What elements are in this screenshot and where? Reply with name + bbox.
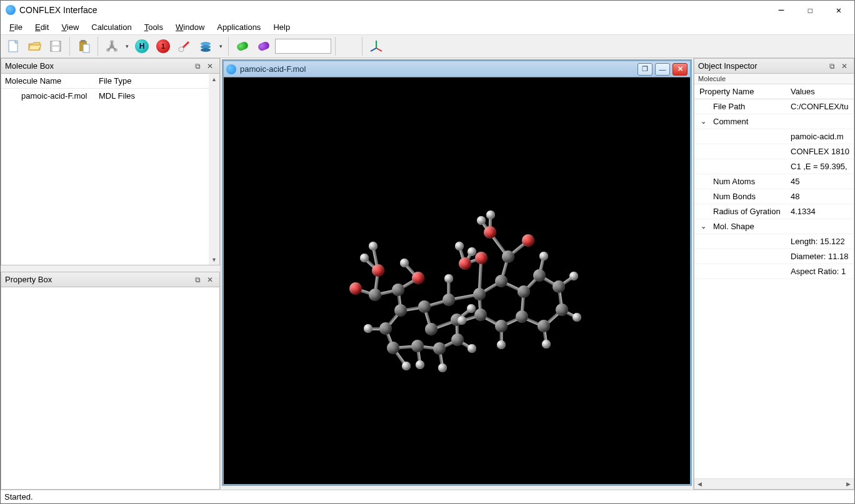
horizontal-scrollbar[interactable]: ◀▶ (694, 478, 854, 489)
molecule-window-titlebar[interactable]: pamoic-acid-F.mol ❐ — ✕ (224, 61, 690, 77)
svg-point-14 (179, 47, 184, 52)
title-bar: CONFLEX Interface ─ ☐ ✕ (1, 1, 854, 19)
open-file-button[interactable] (24, 36, 44, 56)
inspector-row[interactable]: CONFLEX 1810 (694, 144, 854, 159)
atom-c (473, 288, 486, 300)
svg-rect-3 (52, 47, 59, 51)
menu-applications[interactable]: Applications (212, 21, 266, 33)
toolbar-input[interactable] (275, 39, 331, 54)
menu-tools[interactable]: Tools (139, 21, 168, 33)
atom-h (486, 210, 495, 219)
inspector-row[interactable]: Aspect Ratio: 1 (694, 264, 854, 279)
work-area: Molecule Box ⧉ ✕ Molecule Name File Type… (1, 58, 854, 490)
svg-line-21 (371, 48, 376, 51)
undock-icon[interactable]: ⧉ (192, 274, 203, 285)
atom-o (459, 257, 471, 270)
menu-window[interactable]: Window (171, 21, 209, 33)
layers-dropdown[interactable]: ▾ (217, 43, 224, 49)
menu-file[interactable]: File (4, 21, 28, 33)
vertical-scrollbar[interactable]: ▲▼ (209, 74, 219, 265)
col-file-type[interactable]: File Type (95, 74, 219, 88)
atom-h (468, 344, 476, 353)
atom-h (458, 316, 466, 325)
cell-file-type: MDL Files (95, 89, 219, 103)
undock-icon[interactable]: ⧉ (826, 61, 838, 72)
menu-view[interactable]: View (56, 21, 84, 33)
mdi-minimize-button[interactable]: — (655, 63, 670, 76)
chevron-down-icon[interactable]: ⌄ (701, 117, 706, 126)
col-molecule-name[interactable]: Molecule Name (1, 74, 95, 88)
atom-c (516, 310, 528, 323)
inspector-row[interactable]: ⌄Mol. Shape (694, 219, 854, 234)
app-icon (6, 5, 16, 15)
axis-button[interactable] (366, 36, 386, 56)
right-column: Object Inspector ⧉ ✕ Molecule Property N… (693, 58, 854, 490)
atom-style-button[interactable] (102, 36, 122, 56)
mdi-close-button[interactable]: ✕ (672, 63, 688, 76)
atom-o (475, 252, 488, 264)
inspector-row[interactable]: pamoic-acid.m (694, 129, 854, 144)
molecule-box-header[interactable]: Molecule Box ⧉ ✕ (1, 59, 219, 74)
doc-icon (226, 64, 236, 74)
pill-purple-button[interactable] (254, 36, 274, 56)
inspector-row[interactable]: File PathC:/CONFLEX/tu (694, 99, 854, 114)
inspector-row[interactable]: Diameter: 11.18 (694, 249, 854, 264)
atom-h (539, 252, 548, 260)
col-values[interactable]: Values (788, 84, 854, 99)
undock-icon[interactable]: ⧉ (192, 61, 203, 72)
svg-rect-6 (83, 44, 89, 52)
inspector-row[interactable]: Num Bonds48 (694, 189, 854, 204)
paste-button[interactable] (74, 36, 94, 56)
layers-button[interactable] (196, 36, 216, 56)
close-icon[interactable]: ✕ (204, 61, 216, 72)
close-icon[interactable]: ✕ (204, 274, 216, 285)
chevron-down-icon[interactable]: ⌄ (701, 222, 706, 230)
cell-molecule-name: pamoic-acid-F.mol (1, 89, 95, 103)
menu-calculation[interactable]: Calculation (86, 21, 136, 33)
atom-h (400, 259, 409, 267)
svg-line-15 (183, 42, 189, 47)
atom-c (538, 320, 550, 332)
window-buttons: ─ ☐ ✕ (767, 1, 853, 19)
inspector-row[interactable]: Radius of Gyration4.1334 (694, 204, 854, 219)
atom-o (412, 272, 424, 284)
object-inspector-panel: Object Inspector ⧉ ✕ Molecule Property N… (694, 58, 854, 490)
save-button[interactable] (46, 36, 66, 56)
minimize-button[interactable]: ─ (767, 1, 796, 19)
atom-style-dropdown[interactable]: ▾ (123, 43, 131, 49)
molecule-canvas[interactable] (224, 77, 690, 484)
atom-h (369, 242, 378, 250)
object-inspector-header[interactable]: Object Inspector ⧉ ✕ (694, 59, 854, 74)
maximize-button[interactable]: ☐ (796, 1, 824, 19)
col-property-name[interactable]: Property Name (694, 84, 788, 99)
inspector-row[interactable]: Num Atoms45 (694, 174, 854, 189)
close-button[interactable]: ✕ (824, 1, 853, 19)
atom-h (572, 313, 581, 322)
atom-h (360, 254, 369, 262)
pill-green-button[interactable] (232, 36, 252, 56)
property-box-header[interactable]: Property Box ⧉ ✕ (1, 272, 219, 287)
mdi-restore-button[interactable]: ❐ (638, 63, 652, 76)
inspector-row[interactable]: C1 ,E = 59.395, (694, 159, 854, 174)
inspector-row[interactable]: ⌄Comment (694, 114, 854, 129)
atom-c (495, 320, 508, 332)
hydrogen-toggle-button[interactable]: H (132, 36, 152, 56)
atom-c (495, 275, 508, 287)
mdi-area: pamoic-acid-F.mol ❐ — ✕ (221, 58, 693, 490)
menu-edit[interactable]: Edit (30, 21, 54, 33)
molecule-row[interactable]: pamoic-acid-F.mol MDL Files (1, 89, 219, 103)
svg-rect-2 (52, 41, 59, 45)
svg-rect-5 (81, 40, 86, 42)
atom-h (438, 363, 447, 372)
menu-help[interactable]: Help (268, 21, 295, 33)
new-file-button[interactable] (3, 36, 23, 56)
atom-h (416, 360, 424, 369)
inspector-table-header: Property Name Values (694, 84, 854, 99)
close-icon[interactable]: ✕ (839, 61, 850, 72)
bond-tool-button[interactable] (174, 36, 194, 56)
menu-bar: FileEditViewCalculationToolsWindowApplic… (1, 19, 854, 34)
numbering-button[interactable]: 1 (153, 36, 173, 56)
property-box-panel: Property Box ⧉ ✕ (1, 272, 220, 490)
inspector-row[interactable]: Length: 15.122 (694, 234, 854, 249)
property-box-body (1, 287, 219, 489)
